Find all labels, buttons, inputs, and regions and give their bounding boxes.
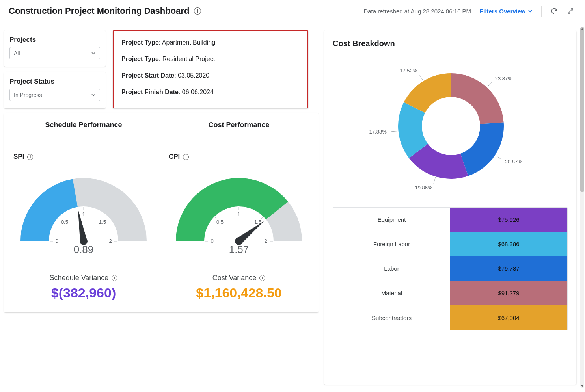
svg-text:19.86%: 19.86%: [415, 185, 432, 191]
svg-text:1: 1: [237, 211, 240, 217]
svg-text:2: 2: [264, 238, 267, 244]
svg-text:23.87%: 23.87%: [495, 76, 513, 82]
cost-amount: $91,279: [450, 281, 567, 305]
svg-point-10: [80, 237, 88, 245]
schedule-variance-value: $(382,960): [51, 285, 116, 301]
info-icon[interactable]: i: [27, 154, 33, 160]
refresh-button[interactable]: [550, 7, 558, 15]
cpi-gauge: 00.511.52: [168, 166, 310, 245]
svg-text:20.87%: 20.87%: [505, 159, 523, 165]
info-icon[interactable]: i: [183, 154, 189, 160]
scroll-up-arrow[interactable]: ▲: [580, 27, 584, 31]
svg-line-24: [434, 177, 436, 183]
filters-overview-label: Filters Overview: [480, 8, 525, 15]
chevron-down-icon: [91, 51, 96, 56]
cost-table-row: Material$91,279: [333, 281, 567, 305]
cpi-label: CPI: [169, 153, 180, 161]
cost-category: Foreign Labor: [333, 232, 450, 256]
project-info-line: Project Type: Residential Project: [121, 56, 300, 63]
cost-breakdown-donut: 23.87%20.87%19.86%17.88%17.52%: [333, 51, 568, 193]
cost-amount: $75,926: [450, 208, 567, 232]
cost-category: Subcontractors: [333, 305, 450, 330]
status-select-value: In Progress: [14, 92, 42, 98]
project-info-line: Project Finish Date: 06.06.2024: [121, 89, 300, 96]
svg-line-23: [496, 156, 501, 159]
spi-gauge: 00.511.52: [13, 166, 155, 245]
project-info-card: Project Type: Apartment BuildingProject …: [113, 30, 308, 108]
svg-line-22: [488, 82, 492, 87]
svg-text:0.5: 0.5: [216, 219, 224, 225]
projects-select[interactable]: All: [9, 47, 100, 59]
cost-category: Labor: [333, 256, 450, 281]
cost-variance-value: $1,160,428.50: [196, 285, 281, 301]
spi-value: 0.89: [74, 243, 94, 256]
schedule-performance-block: Schedule Performance SPI i 00.511.52 0.8…: [8, 121, 159, 301]
svg-text:17.88%: 17.88%: [369, 129, 387, 135]
chevron-down-icon: [528, 9, 533, 13]
svg-line-26: [419, 75, 423, 80]
cost-breakdown-table: Equipment$75,926Foreign Labor$68,386Labo…: [333, 207, 568, 330]
filters-overview-button[interactable]: Filters Overview: [480, 8, 533, 15]
svg-point-21: [235, 237, 243, 245]
data-refreshed-text: Data refreshed at Aug 28,2024 06:16 PM: [363, 8, 471, 15]
status-filter-card: Project Status In Progress: [4, 72, 106, 108]
cost-breakdown-card: Cost Breakdown 23.87%20.87%19.86%17.88%1…: [324, 30, 576, 385]
svg-text:0: 0: [55, 238, 58, 244]
cost-amount: $79,787: [450, 256, 567, 281]
cost-category: Equipment: [333, 208, 450, 232]
status-filter-label: Project Status: [9, 78, 100, 85]
project-info-line: Project Type: Apartment Building: [121, 39, 300, 46]
cost-table-row: Foreign Labor$68,386: [333, 232, 567, 256]
schedule-performance-title: Schedule Performance: [45, 121, 122, 129]
svg-text:0.5: 0.5: [61, 219, 68, 225]
schedule-variance-label: Schedule Variance: [50, 274, 109, 282]
spi-label: SPI: [13, 153, 24, 161]
page-title: Construction Project Monitoring Dashboar…: [9, 6, 189, 16]
projects-select-value: All: [14, 50, 20, 56]
cost-table-row: Subcontractors$67,004: [333, 305, 567, 330]
svg-line-25: [391, 131, 398, 131]
info-icon[interactable]: i: [259, 275, 265, 281]
cost-amount: $67,004: [450, 305, 567, 330]
chevron-down-icon: [91, 93, 96, 97]
cost-table-row: Labor$79,787: [333, 256, 567, 281]
scroll-down-arrow[interactable]: ▼: [580, 384, 584, 388]
info-icon[interactable]: i: [194, 7, 201, 15]
cost-category: Material: [333, 281, 450, 305]
cost-amount: $68,386: [450, 232, 567, 256]
scrollbar-thumb[interactable]: [580, 27, 584, 192]
svg-text:0: 0: [211, 238, 213, 244]
performance-card: Schedule Performance SPI i 00.511.52 0.8…: [4, 113, 319, 312]
cost-breakdown-title: Cost Breakdown: [333, 39, 568, 48]
svg-text:17.52%: 17.52%: [400, 68, 417, 74]
status-select[interactable]: In Progress: [9, 89, 100, 101]
cost-performance-block: Cost Performance CPI i 00.511.52 1.57 Co…: [163, 121, 315, 301]
cost-table-row: Equipment$75,926: [333, 208, 567, 232]
project-info-line: Project Start Date: 03.05.2020: [121, 72, 300, 79]
cost-performance-title: Cost Performance: [208, 121, 269, 129]
divider: [541, 6, 542, 17]
projects-filter-card: Projects All: [4, 30, 106, 67]
svg-text:1: 1: [82, 211, 85, 217]
cost-variance-label: Cost Variance: [212, 274, 257, 282]
svg-text:2: 2: [109, 238, 112, 244]
svg-text:1.5: 1.5: [99, 219, 106, 225]
info-icon[interactable]: i: [112, 275, 117, 281]
header: Construction Project Monitoring Dashboar…: [0, 0, 585, 22]
collapse-button[interactable]: [567, 7, 574, 15]
cpi-value: 1.57: [229, 243, 249, 256]
projects-filter-label: Projects: [9, 36, 100, 44]
